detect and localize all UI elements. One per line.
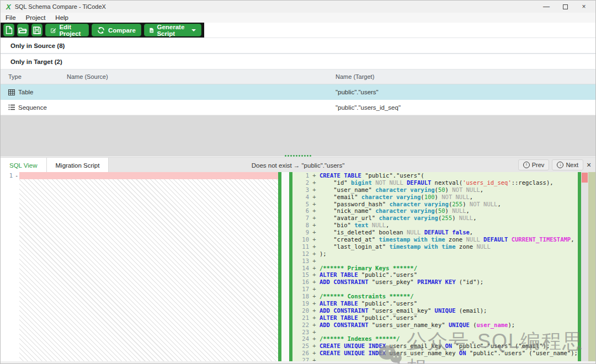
code-line: 17 + bbox=[292, 286, 578, 293]
table-header: Type Name (Source) Name (Target) bbox=[1, 69, 595, 84]
code-line: 3 + "user_name" character varying(50) NO… bbox=[292, 186, 578, 194]
splitter-handle[interactable] bbox=[285, 155, 311, 157]
empty-source-hatch bbox=[19, 179, 278, 361]
code-line: 9 + "is_deleted" boolean NULL DEFAULT fa… bbox=[292, 229, 578, 236]
menu-bar: File Project Help bbox=[1, 13, 595, 23]
code-line: 27 + bbox=[292, 357, 578, 361]
new-project-button[interactable] bbox=[3, 24, 14, 36]
diff-view: 1 - 1 + CREATE TABLE "public"."users"(2 … bbox=[1, 172, 595, 361]
column-header-name-source[interactable]: Name (Source) bbox=[67, 73, 108, 80]
code-line: 24 + /****** Indexes ******/ bbox=[292, 335, 578, 342]
row-type-label: Sequence bbox=[18, 104, 47, 111]
table-icon bbox=[8, 89, 15, 95]
window-controls: — × bbox=[537, 1, 593, 13]
code-line: 2 + "id" bigint NOT NULL DEFAULT nextval… bbox=[292, 179, 578, 186]
scrollbar-removed-marker bbox=[582, 173, 588, 183]
table-row-users[interactable]: Table "public"."users" bbox=[1, 84, 595, 100]
code-line: 14 + /****** Primary Keys ******/ bbox=[292, 265, 578, 272]
code-line: 16 + ADD CONSTRAINT "users_pkey" PRIMARY… bbox=[292, 279, 578, 286]
diff-left-gutter bbox=[1, 172, 19, 361]
code-line: 19 + ALTER TABLE "public"."users" bbox=[292, 300, 578, 307]
next-label: Next bbox=[566, 162, 578, 168]
script-icon bbox=[150, 26, 154, 34]
code-line: 12 + ); bbox=[292, 250, 578, 258]
bottom-tabs: SQL View Migration Script bbox=[1, 158, 109, 173]
code-line: 18 + /****** Constraints ******/ bbox=[292, 293, 578, 300]
section-only-in-source[interactable]: Only in Source (8) bbox=[1, 38, 595, 53]
tab-migration-script-label: Migration Script bbox=[56, 162, 100, 169]
code-scrollbar[interactable] bbox=[581, 172, 588, 361]
code-line: 23 + bbox=[292, 329, 578, 336]
compare-icon bbox=[97, 26, 105, 34]
toolbar-row: Edit Project Compare Generate Script bbox=[1, 23, 595, 38]
chevron-down-icon bbox=[191, 29, 196, 31]
line-number: 1 bbox=[1, 172, 13, 179]
section-only-in-source-label: Only in Source (8) bbox=[10, 42, 65, 49]
code-line: 8 + "bio" text NULL, bbox=[292, 222, 578, 229]
row-name-target: "public"."users" bbox=[336, 89, 379, 95]
tab-sql-view-label: SQL View bbox=[9, 162, 38, 169]
code-line: 6 + "nick_name" character varying(50) NU… bbox=[292, 207, 578, 215]
tab-migration-script[interactable]: Migration Script bbox=[47, 158, 109, 173]
generate-script-button[interactable]: Generate Script bbox=[144, 24, 201, 36]
toolbar: Edit Project Compare Generate Script bbox=[1, 23, 204, 38]
diff-panel-gap bbox=[281, 172, 289, 361]
minimize-button[interactable]: — bbox=[537, 1, 556, 13]
next-button[interactable]: ↓ Next bbox=[552, 159, 583, 170]
code-line: 15 + ALTER TABLE "public"."users" bbox=[292, 271, 578, 279]
code-line: 7 + "avatar_url" character varying(255) … bbox=[292, 215, 578, 222]
row-type-label: Table bbox=[18, 89, 34, 95]
arrow-down-icon: ↓ bbox=[557, 162, 563, 168]
window-title: SQL Schema Compare - TiCodeX bbox=[15, 3, 106, 10]
close-button[interactable]: × bbox=[574, 1, 593, 13]
sequence-icon bbox=[8, 104, 15, 110]
menu-help[interactable]: Help bbox=[50, 13, 73, 23]
section-only-in-target-label: Only in Target (2) bbox=[10, 58, 62, 65]
save-project-button[interactable] bbox=[31, 24, 42, 36]
section-only-in-target[interactable]: Only in Target (2) bbox=[1, 53, 595, 69]
code-line: 13 + bbox=[292, 258, 578, 265]
code-line: 10 + "created_at" timestamp with time zo… bbox=[292, 236, 578, 243]
title-bar: X SQL Schema Compare - TiCodeX — × bbox=[1, 1, 595, 13]
compare-button[interactable]: Compare bbox=[92, 24, 141, 36]
diff-navigation: ↑ Prev ↓ Next bbox=[518, 159, 583, 170]
open-project-button[interactable] bbox=[17, 24, 28, 36]
code-line: 22 + ADD CONSTRAINT "users_user_name_key… bbox=[292, 322, 578, 329]
save-icon bbox=[33, 26, 41, 34]
table-empty-area bbox=[1, 115, 595, 157]
code-line: 4 + "email" character varying(100) NOT N… bbox=[292, 194, 578, 201]
diff-left-line: 1 - bbox=[1, 172, 278, 179]
prev-button[interactable]: ↑ Prev bbox=[518, 159, 550, 170]
edit-project-button[interactable]: Edit Project bbox=[45, 24, 89, 36]
diff-added-code[interactable]: 1 + CREATE TABLE "public"."users"(2 + "i… bbox=[292, 172, 578, 361]
app-logo-icon: X bbox=[6, 3, 11, 11]
column-header-type[interactable]: Type bbox=[8, 73, 22, 80]
app-window: X SQL Schema Compare - TiCodeX — × File … bbox=[0, 0, 596, 364]
code-line: 20 + ADD CONSTRAINT "users_email_key" UN… bbox=[292, 307, 578, 314]
menu-file[interactable]: File bbox=[1, 13, 21, 23]
maximize-button[interactable] bbox=[556, 1, 574, 13]
code-line: 1 + CREATE TABLE "public"."users"( bbox=[292, 172, 578, 179]
removed-marker: - bbox=[15, 172, 18, 179]
new-file-icon bbox=[6, 26, 13, 34]
menu-project[interactable]: Project bbox=[21, 13, 51, 23]
edit-project-label: Edit Project bbox=[59, 24, 83, 37]
diff-overview-ruler[interactable] bbox=[588, 172, 595, 361]
code-line: 25 + CREATE UNIQUE INDEX users_email_key… bbox=[292, 342, 578, 350]
generate-script-label: Generate Script bbox=[157, 24, 187, 37]
code-line: 5 + "password_hash" character varying(25… bbox=[292, 201, 578, 208]
edit-icon bbox=[51, 26, 56, 34]
code-line: 21 + ALTER TABLE "public"."users" bbox=[292, 314, 578, 322]
prev-label: Prev bbox=[532, 162, 545, 168]
maximize-icon bbox=[563, 4, 568, 9]
bottom-panel-header: Does not exist → "public"."users" SQL Vi… bbox=[1, 157, 595, 172]
row-name-target: "public"."users_id_seq" bbox=[336, 104, 401, 111]
panel-close-icon[interactable]: × bbox=[584, 160, 593, 169]
column-header-name-target[interactable]: Name (Target) bbox=[336, 73, 374, 80]
window-bottom-edge bbox=[1, 361, 595, 363]
tab-sql-view[interactable]: SQL View bbox=[1, 158, 47, 173]
table-row-users-id-seq[interactable]: Sequence "public"."users_id_seq" bbox=[1, 100, 595, 115]
arrow-up-icon: ↑ bbox=[523, 162, 530, 168]
open-folder-icon bbox=[18, 26, 27, 34]
code-line: 11 + "last_login_at" timestamp with time… bbox=[292, 243, 578, 250]
